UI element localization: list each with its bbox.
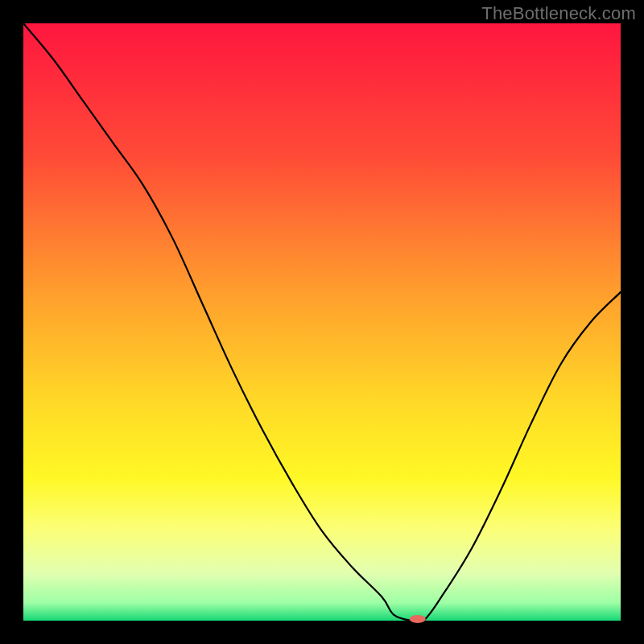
chart-frame: TheBottleneck.com	[0, 0, 644, 644]
watermark-text: TheBottleneck.com	[481, 3, 636, 24]
optimal-marker	[410, 615, 426, 623]
bottleneck-chart	[0, 0, 644, 644]
